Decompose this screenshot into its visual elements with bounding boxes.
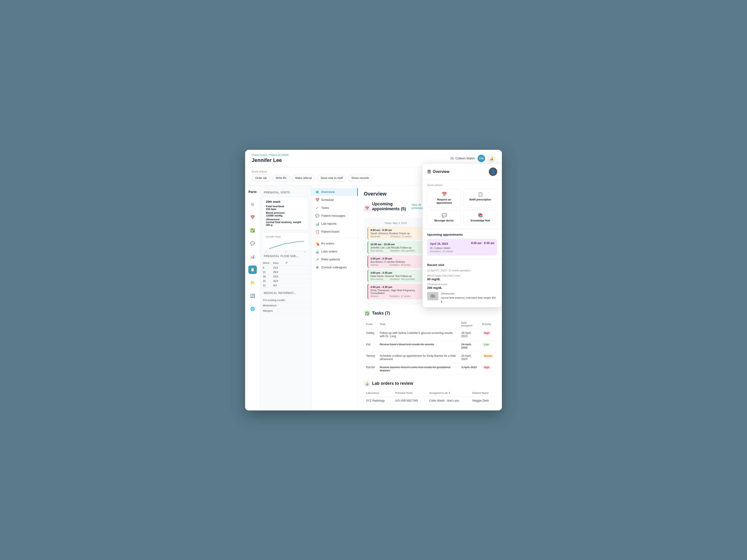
schedule-nav-icon: 📅 [315,198,319,202]
nav-lab-reports[interactable]: 📊 Lab reports [311,220,358,228]
knowledge-hub-icon: 📚 [465,213,495,218]
lab-row: XYZ Radiology U/S #5874827349 Collin Wal… [364,396,496,405]
appt-time: 9:00 am - 9:30 am [471,241,494,245]
prenatal-chart: Growth chart 024 [263,232,308,251]
tasks-col-from: From [364,319,378,329]
app-body: Pario ⊞ 📅 ✅ 💬 📊 📋 📁 🔄 🌐 Prenatal visits … [245,185,502,410]
overview-panel-menu-icon: ☰ [427,169,431,174]
flow-row: 124/3 [263,283,308,288]
appointments-icon: 📅 [364,205,370,212]
appointments-title: Upcoming appointments (5) [372,202,411,211]
prenatal-card: 20th week Fetal heartbeat 150 bpm Blood … [263,197,308,230]
flow-row: 1815/4 [263,274,308,279]
lab-orders-icon: 🔬 [364,380,370,387]
sidebar-checklist-icon[interactable]: ✅ [248,226,257,235]
share-records-button[interactable]: Share records [348,175,372,181]
overview-panel-quick-actions: Quick actions 📅 Request an appointment 📋… [422,180,502,229]
nav-tasks[interactable]: ✓ Tasks [311,204,358,212]
nav-rx-orders[interactable]: 💊 Rx orders [311,240,358,247]
nav-menu: ⊞ Overview 📅 Schedule ✓ Tasks 💬 Patient … [311,185,358,410]
nav-labs-orders[interactable]: 🔬 Labs orders [311,247,358,256]
lab-col-tests: Prenatal Tests [393,390,427,397]
upcoming-section-title: Upcoming appointments [427,233,497,236]
send-note-button[interactable]: Send note to staff [317,175,346,181]
sidebar-globe-icon[interactable]: 🌐 [248,305,257,313]
overview-nav-icon: ⊞ [315,190,319,194]
notification-bell[interactable]: 🔔 [488,155,495,162]
appointments-section: 📅 Upcoming appointments (5) View all sch… [364,202,428,304]
make-referral-button[interactable]: Make referral [292,175,315,181]
board-nav-icon: 📋 [315,230,319,234]
nav-refer-patients[interactable]: ↗ Refer patients [311,256,358,263]
app-logo: Pario [248,190,257,194]
appt-date: April 19, 2023 [430,242,448,245]
heartbeat-item: Fetal heartbeat 150 bpm [266,205,305,211]
tasks-col-task: Task [378,319,459,329]
priority-badge: Normal [482,354,494,358]
sidebar-chart-icon[interactable]: 📊 [248,252,257,261]
bp-item: Blood pressure 120/80 mmHg [266,211,305,217]
nav-overview[interactable]: ⊞ Overview [311,188,358,196]
flow-table-header: Week Date P [263,261,308,266]
tasks-col-priority: Priority [480,319,496,329]
lab-table: Laboratory Prenatal Tests Assigned to al… [364,390,496,405]
nav-consult[interactable]: ⚙ Consult colleagues [311,263,358,271]
svg-point-2 [431,295,434,297]
overview-panel-upcoming: Upcoming appointments April 19, 2023 9:0… [422,229,502,260]
priority-badge: High [482,331,491,335]
tasks-nav-icon: ✓ [315,206,319,210]
recent-visit-title: Recent visit [427,263,497,267]
sidebar-document-icon[interactable]: 📋 [248,266,257,274]
sidebar-calendar-icon[interactable]: 📅 [248,213,257,222]
priority-badge: Low [482,343,491,346]
flow-table: Week Date P 621/1 2129/4 1815/4 1525/3 1… [263,261,308,288]
consult-nav-icon: ⚙ [315,266,319,269]
lab-col-assigned: Assigned to all ⇕ [427,390,470,397]
message-doctor-icon: 💬 [429,213,459,218]
qa-knowledge-hub[interactable]: 📚 Knowledge Hub [463,210,497,225]
med-info-conditions: Pre-existing conditi... [263,297,308,303]
appt-item: 10:00 am - 10:30 am Jennifer Lee, Lab Re… [367,241,424,254]
doctor-name: Dr. Colleen Walsh [450,157,475,160]
appt-gestation: Gestation: 26 weeks [430,250,494,253]
messages-nav-icon: 💬 [315,214,319,218]
sidebar-chat-icon[interactable]: 💬 [248,239,257,248]
appt-item: 1:00 pm - 2:30 pm Ava Brown, C-section D… [367,255,424,268]
lab-nav-icon: 📊 [315,222,319,225]
refill-rx-icon: 📋 [465,192,495,197]
write-rx-button[interactable]: Write Rx [272,175,290,181]
rx-nav-icon: 💊 [315,242,319,245]
task-row: Tammy Schedule a follow-up appointment f… [364,352,496,363]
patient-name: Jennifer Lee [252,157,288,163]
flow-row: 1525/3 [263,279,308,283]
overview-panel-title: Overview [433,170,449,174]
nav-patient-board[interactable]: 📋 Patient board [311,228,358,236]
qa-request-appointment[interactable]: 📅 Request an appointment [427,189,461,208]
priority-badge: High [482,366,491,369]
left-panel: Prenatal visits 20th week Fetal heartbea… [260,185,311,410]
sidebar-folder-icon[interactable]: 📁 [248,278,257,287]
tasks-table: From Task Date assigned Priority Ashley … [364,319,496,375]
header-left: Patient board / Patient-ID-28939 Jennife… [252,154,288,163]
overview-panel-header: ☰ Overview 👤 [422,164,502,180]
overview-panel-recent: Recent visit on April 07, 2023 · 21 week… [422,260,502,307]
appt-doctor: Dr. Colleen Walsh [430,247,494,249]
sidebar-grid-icon[interactable]: ⊞ [248,200,257,209]
sidebar-refresh-icon[interactable]: 🔄 [248,292,257,300]
nav-patient-messages[interactable]: 💬 Patient messages [311,212,358,220]
med-info-medications: Medications [263,303,308,308]
qa-message-doctor[interactable]: 💬 Message doctor [427,210,461,225]
overview-qa-grid: 📅 Request an appointment 📋 Refill prescr… [427,189,497,225]
order-lab-button[interactable]: Order lab [252,175,270,181]
knowledge-hub-label: Knowledge Hub [465,219,495,222]
nav-schedule[interactable]: 📅 Schedule [311,196,358,204]
flow-section-title: Prenatal flow she... [260,253,311,259]
qa-refill-prescription[interactable]: 📋 Refill prescription [463,189,497,208]
lab-table-header: Laboratory Prenatal Tests Assigned to al… [364,390,496,397]
icon-sidebar: Pario ⊞ 📅 ✅ 💬 📊 📋 📁 🔄 🌐 [245,185,260,410]
appointments-card: Today: May 3, 2023 9:00 am - 9:30 am Sar… [364,218,428,304]
tasks-section: ✅ Tasks (7) From Task Date assigned Prio… [364,310,496,375]
ultrasound-result: Ultrasound normal fetal anatomy, estimat… [427,292,497,303]
appt-item: 4:00 pm - 4:30 pm Emily Thompson, High-R… [367,284,424,299]
metric-cholesterol: Cholesterol Level 200 mg/dL [427,283,497,290]
